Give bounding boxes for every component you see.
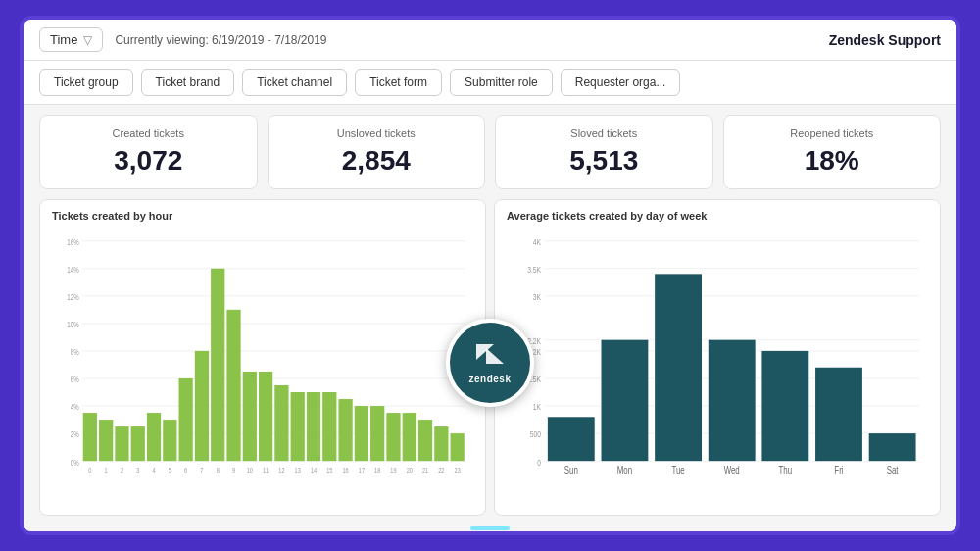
svg-rect-22 — [115, 426, 128, 461]
metric-created-value: 3,072 — [56, 145, 241, 176]
svg-rect-92 — [709, 340, 756, 461]
svg-rect-56 — [386, 413, 400, 461]
svg-rect-60 — [418, 420, 432, 461]
svg-text:2: 2 — [121, 466, 123, 474]
metrics-row: Created tickets 3,072 Unsloved tickets 2… — [24, 105, 956, 199]
chart-left-title: Tickets created by hour — [52, 210, 473, 222]
svg-text:20: 20 — [407, 466, 413, 474]
svg-text:5: 5 — [169, 466, 172, 474]
metric-solved-tickets: Sloved tickets 5,513 — [495, 115, 713, 189]
svg-rect-94 — [761, 351, 808, 461]
pill-ticket-brand[interactable]: Ticket brand — [141, 69, 235, 96]
main-container: Time ▽ Currently viewing: 6/19/2019 - 7/… — [20, 16, 960, 535]
zendesk-logo: zendesk — [446, 319, 534, 407]
svg-rect-48 — [322, 392, 336, 461]
metric-unsolved-label: Unsloved tickets — [284, 127, 469, 139]
svg-text:19: 19 — [390, 466, 396, 474]
svg-text:13: 13 — [295, 466, 301, 474]
svg-text:500: 500 — [530, 430, 542, 440]
pill-ticket-group[interactable]: Ticket group — [39, 69, 133, 96]
bottom-bar — [24, 526, 956, 531]
svg-text:11: 11 — [263, 466, 269, 474]
header-bar: Time ▽ Currently viewing: 6/19/2019 - 7/… — [24, 20, 956, 61]
svg-text:4K: 4K — [533, 237, 542, 247]
svg-text:Fri: Fri — [834, 465, 843, 476]
svg-text:0: 0 — [88, 466, 91, 474]
svg-rect-30 — [179, 378, 193, 461]
chart-right-title: Average tickets created by day of week — [507, 210, 928, 222]
svg-text:0: 0 — [537, 458, 541, 468]
svg-text:Thu: Thu — [779, 465, 793, 476]
svg-rect-90 — [655, 274, 702, 461]
svg-rect-18 — [83, 413, 97, 461]
svg-rect-28 — [163, 420, 176, 461]
svg-rect-54 — [370, 406, 384, 461]
zendesk-z-icon — [474, 340, 506, 372]
svg-rect-42 — [274, 385, 288, 461]
svg-text:6: 6 — [184, 466, 187, 474]
metric-created-tickets: Created tickets 3,072 — [39, 115, 258, 189]
metric-solved-value: 5,513 — [512, 145, 697, 176]
svg-text:12: 12 — [278, 466, 284, 474]
svg-rect-36 — [226, 310, 240, 461]
svg-text:17: 17 — [359, 466, 365, 474]
svg-marker-67 — [486, 348, 504, 364]
svg-rect-96 — [815, 368, 862, 461]
svg-text:3K: 3K — [533, 292, 542, 302]
chart-left-inner: 0%2%4%6%8%10%12%14%16%012345678910111213… — [52, 229, 473, 501]
chart-right-inner: 05001K1.5K2K2.2K3K3.5K4KSunMonTueWedThuF… — [507, 229, 928, 501]
svg-text:10%: 10% — [67, 320, 79, 329]
svg-rect-88 — [602, 340, 649, 461]
svg-rect-34 — [211, 269, 224, 461]
svg-rect-32 — [195, 351, 209, 461]
date-range-label: Currently viewing: 6/19/2019 - 7/18/2019 — [115, 33, 326, 47]
svg-rect-44 — [291, 392, 305, 461]
svg-text:9: 9 — [232, 466, 235, 474]
svg-text:3.5K: 3.5K — [527, 265, 542, 275]
svg-text:18: 18 — [374, 466, 380, 474]
svg-text:23: 23 — [455, 466, 461, 474]
svg-text:8: 8 — [217, 466, 220, 474]
svg-text:12%: 12% — [67, 292, 79, 302]
zendesk-text: zendesk — [469, 374, 512, 384]
time-filter-button[interactable]: Time ▽ — [39, 27, 103, 52]
svg-text:7: 7 — [200, 466, 203, 474]
svg-rect-26 — [147, 413, 161, 461]
svg-rect-62 — [434, 426, 448, 461]
svg-text:22: 22 — [438, 466, 444, 474]
header-left: Time ▽ Currently viewing: 6/19/2019 - 7/… — [39, 27, 327, 52]
pill-submitter-role[interactable]: Submitter role — [450, 69, 553, 96]
svg-text:2%: 2% — [71, 429, 79, 439]
metric-solved-label: Sloved tickets — [512, 127, 697, 139]
svg-rect-24 — [131, 426, 145, 461]
app-title: Zendesk Support — [829, 32, 941, 48]
svg-text:16: 16 — [342, 466, 348, 474]
pill-ticket-channel[interactable]: Ticket channel — [242, 69, 347, 96]
svg-text:Mon: Mon — [617, 465, 632, 476]
svg-rect-98 — [869, 433, 916, 461]
svg-text:10: 10 — [247, 466, 253, 474]
chart-left: Tickets created by hour 0%2%4%6%8%10%12%… — [39, 199, 486, 516]
metric-reopened-tickets: Reopened tickets 18% — [723, 115, 942, 189]
svg-rect-46 — [307, 392, 320, 461]
svg-text:2K: 2K — [533, 347, 542, 357]
svg-text:6%: 6% — [71, 375, 79, 384]
metric-unsolved-tickets: Unsloved tickets 2,854 — [268, 115, 486, 189]
svg-text:4%: 4% — [71, 402, 79, 412]
svg-text:8%: 8% — [71, 347, 79, 357]
svg-text:1: 1 — [105, 466, 108, 474]
svg-text:14: 14 — [311, 466, 317, 474]
svg-text:16%: 16% — [67, 237, 79, 247]
svg-text:4: 4 — [152, 466, 155, 474]
chart-right: Average tickets created by day of week 0… — [494, 199, 941, 516]
svg-text:Tue: Tue — [671, 465, 684, 476]
pill-requester-orga[interactable]: Requester orga... — [561, 69, 681, 96]
pill-ticket-form[interactable]: Ticket form — [355, 69, 442, 96]
svg-rect-64 — [451, 433, 465, 461]
svg-rect-40 — [259, 372, 272, 461]
svg-text:1K: 1K — [533, 403, 542, 413]
metric-reopened-value: 18% — [740, 145, 925, 176]
svg-rect-86 — [548, 417, 595, 461]
metric-created-label: Created tickets — [56, 127, 241, 139]
svg-text:Sat: Sat — [887, 465, 899, 476]
